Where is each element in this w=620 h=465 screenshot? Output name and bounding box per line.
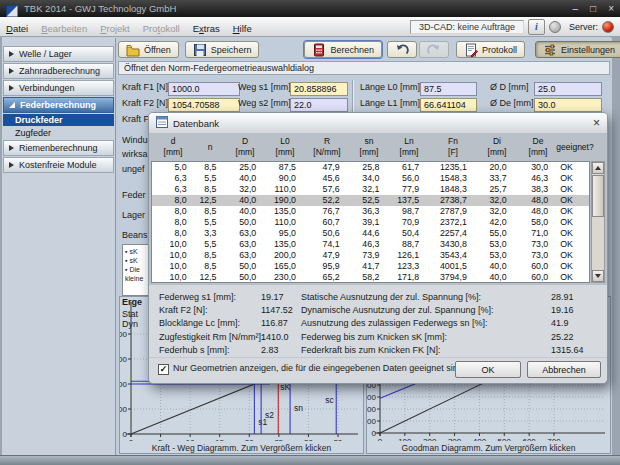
table-row[interactable]: 10,08,550,0165,095,941,7123,34001,540,06… bbox=[152, 260, 589, 271]
sidebar-item-federberechnung[interactable]: Federberechnung bbox=[3, 97, 114, 113]
field-kraft-f1-n[interactable]: 1000.0 bbox=[168, 82, 240, 96]
speichern-button[interactable]: Speichern bbox=[185, 41, 260, 58]
table-row[interactable]: 8,012,540,0190,052,252,5137,52738,732,04… bbox=[152, 195, 589, 206]
sidebar-item-label: Zugfeder bbox=[15, 128, 51, 138]
info-button[interactable]: i bbox=[528, 19, 545, 35]
sidebar-item-zugfeder[interactable]: Zugfeder bbox=[3, 127, 114, 139]
table-cell: 3794,9 bbox=[428, 272, 476, 282]
table-cell: 32,0 bbox=[476, 206, 516, 216]
ffnen-button[interactable]: Öffnen bbox=[118, 41, 179, 58]
collapsed-arrow-icon bbox=[9, 162, 14, 168]
field-l-nge-l1-mm[interactable]: 66.641104 bbox=[420, 98, 477, 112]
result-label: Dynamische Ausnutzung der zul. Spannung … bbox=[301, 304, 546, 317]
field-weg-s1-mm[interactable]: 20.858896 bbox=[290, 82, 348, 96]
table-cell: 58,2 bbox=[349, 272, 389, 282]
menu-projekt[interactable]: Projekt bbox=[100, 23, 130, 34]
field-de-mm[interactable]: 30.0 bbox=[534, 98, 602, 112]
field-label-weg-s2-mm: Weg s2 [mm] bbox=[238, 97, 291, 110]
table-cell: 71,0 bbox=[516, 228, 558, 238]
result-value: 19.17 bbox=[261, 291, 284, 304]
collapsed-arrow-icon bbox=[9, 68, 14, 74]
minimize-button[interactable]: – bbox=[573, 3, 579, 14]
column-header-d: D[mm] bbox=[225, 134, 265, 160]
table-row[interactable]: 10,05,563,0135,074,146,388,73430,853,073… bbox=[152, 238, 589, 249]
menu-hilfe[interactable]: Hilfe bbox=[233, 23, 252, 34]
table-cell: 32,0 bbox=[476, 195, 516, 205]
goodman-caption: Goodman Diagramm. Zum Vergrößern klicken bbox=[367, 443, 610, 453]
window-bottom-edge bbox=[0, 455, 620, 465]
sidebar-item-label: Riemenberechnung bbox=[19, 143, 98, 153]
result-label: Zugfestigkeit Rm [N/mm²]: bbox=[159, 331, 259, 344]
table-cell: 8,5 bbox=[196, 261, 226, 271]
sidebar-item-druckfeder[interactable]: Druckfeder bbox=[3, 114, 114, 126]
close-button[interactable]: × bbox=[608, 3, 614, 14]
einstellungen-button[interactable]: Einstellungen bbox=[535, 41, 620, 58]
menu-bearbeiten[interactable]: Bearbeiten bbox=[41, 23, 87, 34]
collapsed-arrow-icon bbox=[9, 51, 14, 57]
column-header-d: d[mm] bbox=[151, 134, 195, 160]
field-d-mm[interactable]: 25.0 bbox=[534, 82, 602, 96]
table-cell: 55,0 bbox=[476, 228, 516, 238]
table-cell: 73,9 bbox=[349, 250, 389, 260]
cancel-button[interactable]: Abbrechen bbox=[527, 361, 601, 378]
table-cell: 123,3 bbox=[388, 261, 428, 271]
berechnen-button[interactable]: Berechnen bbox=[304, 41, 382, 58]
table-cell: 48,0 bbox=[516, 206, 558, 216]
server-label: Server: bbox=[569, 22, 598, 32]
ok-button[interactable]: OK bbox=[455, 361, 521, 378]
menu-extras[interactable]: Extras bbox=[193, 23, 220, 34]
scroll-down-button[interactable] bbox=[592, 270, 604, 282]
table-cell: 95,0 bbox=[265, 228, 305, 238]
menu-datei[interactable]: Datei bbox=[6, 23, 28, 34]
table-cell: 3,3 bbox=[196, 228, 226, 238]
table-cell: 200,0 bbox=[265, 250, 305, 260]
window-title: TBK 2014 - GWJ Technology GmbH bbox=[24, 3, 561, 14]
clipped-result-label: Erge bbox=[122, 297, 148, 307]
table-cell: 40,0 bbox=[226, 173, 266, 183]
scroll-down-icon bbox=[595, 274, 601, 278]
maximize-button[interactable]: □ bbox=[590, 3, 596, 14]
field-kraft-f2-n[interactable]: 1054.70588 bbox=[168, 98, 240, 112]
menu-protokoll[interactable]: Protokoll bbox=[143, 23, 180, 34]
table-scrollbar[interactable] bbox=[591, 161, 605, 283]
table-row[interactable]: 5,08,525,087,547,925,861,71235,120,030,0… bbox=[152, 162, 589, 173]
redo-arrow-button[interactable] bbox=[419, 41, 449, 58]
table-row[interactable]: 6,38,532,0110,057,632,177,91848,325,738,… bbox=[152, 184, 589, 195]
undo-arrow-button[interactable] bbox=[387, 41, 417, 58]
table-cell: OK bbox=[557, 195, 589, 205]
svg-text:300: 300 bbox=[448, 437, 462, 441]
table-row[interactable]: 6,35,540,090,045,634,056,01548,333,746,3… bbox=[152, 173, 589, 184]
table-cell: 65,2 bbox=[305, 272, 349, 282]
sidebar-item-kostenfreie-module[interactable]: Kostenfreie Module bbox=[3, 157, 114, 173]
dialog-close-button[interactable]: × bbox=[593, 117, 600, 129]
sidebar-item-zahnradberechnung[interactable]: Zahnradberechnung bbox=[3, 63, 114, 79]
scroll-up-button[interactable] bbox=[592, 162, 604, 174]
filter-geometries-checkbox[interactable]: ✓ bbox=[158, 364, 169, 375]
result-label: Federweg bis zum Knicken sK [mm]: bbox=[301, 331, 546, 344]
sidebar-item-verbindungen[interactable]: Verbindungen bbox=[3, 80, 114, 96]
table-cell: 63,0 bbox=[226, 250, 266, 260]
table-row[interactable]: 10,012,550,0230,065,258,2171,83794,940,0… bbox=[152, 271, 589, 282]
table-row[interactable]: 8,05,550,0110,060,739,170,92372,142,058,… bbox=[152, 217, 589, 228]
sidebar-item-riemenberechnung[interactable]: Riemenberechnung bbox=[3, 140, 114, 156]
table-cell: 90,0 bbox=[265, 173, 305, 183]
table-cell: OK bbox=[557, 206, 589, 216]
sidebar-item-label: Welle / Lager bbox=[19, 49, 72, 59]
sidebar-item-welle-lager[interactable]: Welle / Lager bbox=[3, 46, 114, 62]
clipped-label: Feder bbox=[122, 190, 148, 200]
scroll-up-icon bbox=[595, 166, 601, 170]
table-row[interactable]: 8,08,540,0135,076,736,398,72787,932,048,… bbox=[152, 206, 589, 217]
table-row[interactable]: 10,08,563,0200,047,973,9126,13543,453,07… bbox=[152, 249, 589, 260]
table-cell: 42,0 bbox=[476, 217, 516, 227]
table-cell: 41,7 bbox=[349, 261, 389, 271]
field-l-nge-l0-mm[interactable]: 87.5 bbox=[420, 82, 477, 96]
scrollbar-thumb[interactable] bbox=[592, 175, 604, 217]
field-weg-s2-mm[interactable]: 22.0 bbox=[290, 98, 348, 112]
table-cell: 40,0 bbox=[226, 195, 266, 205]
protokoll-button[interactable]: Protokoll bbox=[456, 41, 525, 58]
toolbar-button-label: Öffnen bbox=[144, 45, 171, 55]
toolbar: ÖffnenSpeichernBerechnenProtokollEinstel… bbox=[118, 40, 620, 59]
dialog-title-bar: Datenbank × bbox=[149, 113, 607, 134]
table-row[interactable]: 8,03,363,095,050,644,650,42257,455,071,0… bbox=[152, 227, 589, 238]
svg-text:30: 30 bbox=[304, 438, 313, 441]
